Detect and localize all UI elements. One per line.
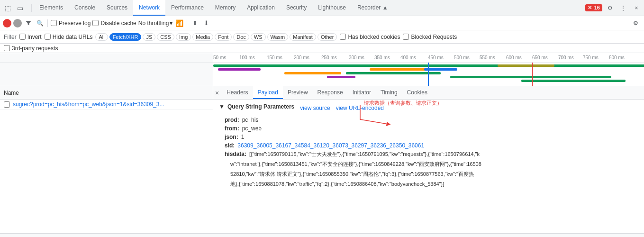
filter-media[interactable]: Media xyxy=(192,33,213,41)
detail-close-icon[interactable]: × xyxy=(215,89,219,97)
request-name[interactable]: sugrec?prod=pc_his&from=pc_web&json=1&si… xyxy=(13,101,164,108)
payload-content: ▼ Query String Parameters view source vi… xyxy=(213,100,644,233)
left-panel: Name sugrec?prod=pc_his&from=pc_web&json… xyxy=(0,86,213,233)
hisdata-continuation3: 地},{"time":1650881078,"kw":"traffic","fq… xyxy=(225,181,444,188)
error-count-badge[interactable]: ✕ 16 xyxy=(585,4,602,11)
filter-chips: All Fetch/XHR JS CSS Img Media Font Doc … xyxy=(95,33,337,41)
tab-timing[interactable]: Timing xyxy=(376,86,402,99)
has-blocked-text: Has blocked cookies xyxy=(348,34,400,40)
filter-js[interactable]: JS xyxy=(143,33,155,41)
hide-data-urls-checkbox[interactable] xyxy=(45,34,51,40)
disable-cache-label[interactable]: Disable cache xyxy=(92,20,136,27)
hide-data-urls-text: Hide data URLs xyxy=(53,34,93,40)
blocked-requests-text: Blocked Requests xyxy=(411,34,457,40)
tab-response[interactable]: Response xyxy=(313,86,348,99)
throttle-arrow: ▾ xyxy=(170,20,172,27)
request-checkbox[interactable] xyxy=(4,101,10,108)
preserve-log-label[interactable]: Preserve log xyxy=(51,20,91,27)
param-prod-value: pc_his xyxy=(242,117,259,123)
tab-elements[interactable]: Elements xyxy=(34,0,69,16)
param-sid-value: 36309_36005_36167_34584_36120_36073_3629… xyxy=(237,142,424,149)
tab-network[interactable]: Network xyxy=(133,0,165,16)
filter-label: Filter xyxy=(4,34,17,40)
invert-label[interactable]: Invert xyxy=(19,34,42,40)
invert-checkbox[interactable] xyxy=(19,34,26,40)
timeline-ruler: 50 ms 100 ms 150 ms 200 ms 250 ms 300 ms… xyxy=(0,53,644,63)
stop-button[interactable] xyxy=(13,19,22,27)
filter-bar: Filter Invert Hide data URLs All Fetch/X… xyxy=(0,30,644,44)
blocked-requests-checkbox[interactable] xyxy=(403,34,409,40)
preserve-log-checkbox[interactable] xyxy=(51,20,57,26)
tab-bar-right: ✕ 16 ⚙ ⋮ × xyxy=(585,2,642,14)
tab-application[interactable]: Application xyxy=(241,0,281,16)
tab-performance[interactable]: Performance xyxy=(165,0,209,16)
more-icon[interactable]: ⋮ xyxy=(617,2,629,14)
tab-security[interactable]: Security xyxy=(281,0,312,16)
param-json-key: json: xyxy=(225,134,238,140)
record-button[interactable] xyxy=(3,19,11,27)
third-party-checkbox[interactable] xyxy=(4,45,10,51)
filter-css[interactable]: CSS xyxy=(157,33,174,41)
inspect-icon[interactable]: ⬚ xyxy=(2,2,13,14)
hide-data-urls-label[interactable]: Hide data URLs xyxy=(45,34,93,40)
tab-memory[interactable]: Memory xyxy=(209,0,241,16)
third-party-label[interactable]: 3rd-party requests xyxy=(4,45,58,52)
filter-icon[interactable] xyxy=(24,18,33,28)
throttle-label: No throttling xyxy=(138,20,169,27)
param-json: json: 1 xyxy=(219,134,638,140)
has-blocked-label[interactable]: Has blocked cookies xyxy=(340,34,400,40)
hisdata-continuation: w":"intranet"},{"time":1650813451,"kw":"… xyxy=(225,161,481,168)
search-icon[interactable]: 🔍 xyxy=(35,18,45,28)
upload-icon[interactable]: ⬆ xyxy=(190,18,200,28)
param-hisdata: hisdata: [{"time":1650790115,"kw":"士大夫发生… xyxy=(219,151,638,188)
filter-ws[interactable]: WS xyxy=(251,33,266,41)
filter-font[interactable]: Font xyxy=(215,33,232,41)
view-source-link[interactable]: view source xyxy=(300,105,330,111)
tab-bar: ⬚ ▭ Elements Console Sources Network Per… xyxy=(0,0,644,16)
preserve-log-text: Preserve log xyxy=(59,20,91,27)
device-icon[interactable]: ▭ xyxy=(14,2,26,14)
param-json-value: 1 xyxy=(241,134,245,140)
filter-all[interactable]: All xyxy=(95,33,108,41)
settings-icon[interactable]: ⚙ xyxy=(604,2,616,14)
param-sid: sid: 36309_36005_36167_34584_36120_36073… xyxy=(219,142,638,149)
tab-sources[interactable]: Sources xyxy=(101,0,133,16)
filter-img[interactable]: Img xyxy=(176,33,191,41)
tab-console[interactable]: Console xyxy=(69,0,101,16)
tab-cookies[interactable]: Cookies xyxy=(402,86,432,99)
filter-wasm[interactable]: Wasm xyxy=(267,33,289,41)
settings2-icon[interactable]: ⚙ xyxy=(630,18,641,29)
invert-text: Invert xyxy=(27,34,42,40)
throttle-select[interactable]: No throttling ▾ xyxy=(138,20,173,27)
has-blocked-checkbox[interactable] xyxy=(340,34,346,40)
third-party-row: 3rd-party requests xyxy=(0,44,644,53)
filter-manifest[interactable]: Manifest xyxy=(290,33,316,41)
tab-initiator[interactable]: Initiator xyxy=(348,86,376,99)
tab-preview[interactable]: Preview xyxy=(283,86,313,99)
filter-other[interactable]: Other xyxy=(317,33,337,41)
third-party-text: 3rd-party requests xyxy=(12,45,58,52)
blocked-requests-label[interactable]: Blocked Requests xyxy=(403,34,457,40)
tab-recorder[interactable]: Recorder ▲ xyxy=(352,0,394,16)
close-icon[interactable]: × xyxy=(631,2,642,14)
tab-payload[interactable]: Payload xyxy=(253,86,283,99)
tab-headers[interactable]: Headers xyxy=(222,86,253,99)
filter-doc[interactable]: Doc xyxy=(233,33,249,41)
timeline-area: 50 ms 100 ms 150 ms 200 ms 250 ms 300 ms… xyxy=(0,53,644,86)
download-icon[interactable]: ⬇ xyxy=(201,18,211,28)
requests-header: Name xyxy=(0,86,213,100)
param-from: from: pc_web xyxy=(219,125,638,132)
request-item[interactable]: sugrec?prod=pc_his&from=pc_web&json=1&si… xyxy=(0,100,213,109)
error-count: 16 xyxy=(594,5,600,10)
error-icon: ✕ xyxy=(588,5,592,10)
view-url-encoded-link[interactable]: view URL-encoded xyxy=(336,105,384,111)
wifi-icon[interactable]: 📶 xyxy=(174,18,184,28)
filter-fetch-xhr[interactable]: Fetch/XHR xyxy=(109,33,142,41)
tab-lighthouse[interactable]: Lighthouse xyxy=(312,0,352,16)
param-from-key: from: xyxy=(225,125,239,132)
detail-tabs: × Headers Payload Preview Response Initi… xyxy=(213,86,644,100)
disable-cache-checkbox[interactable] xyxy=(92,20,99,26)
section-title: Query String Parameters xyxy=(227,103,294,110)
hisdata-continuation2: 52810,"kw":"请求体 请求正文"},{"time":165085535… xyxy=(225,171,474,178)
devtools-icons: ⬚ ▭ xyxy=(2,2,26,14)
